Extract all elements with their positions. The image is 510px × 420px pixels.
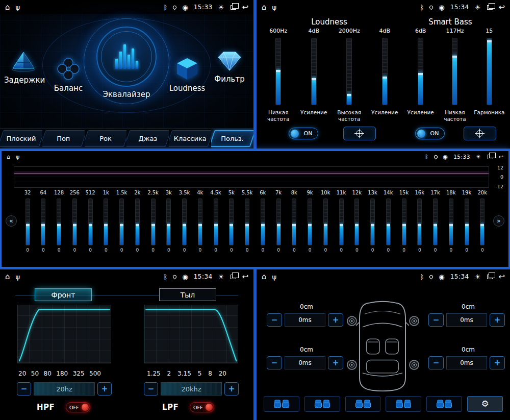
seat-preset-button-4[interactable] [386, 396, 421, 412]
band-slider[interactable] [72, 199, 77, 245]
preset-tab-label: Поп [57, 135, 70, 142]
band-slider[interactable] [292, 199, 296, 245]
hpf-toggle[interactable]: OFF [66, 402, 90, 412]
menu-item-loudness[interactable]: Loudness [165, 57, 209, 93]
band-slider[interactable] [245, 199, 249, 245]
scroll-right-button[interactable]: » [493, 215, 504, 227]
lpf-minus-button[interactable]: − [144, 382, 158, 396]
delay-plus-button[interactable]: + [490, 356, 505, 369]
band-slider[interactable] [308, 199, 312, 245]
band-frequency-label: 4.5k [210, 190, 221, 197]
band-slider[interactable] [104, 199, 108, 245]
recent-apps-icon[interactable] [488, 155, 493, 159]
loudness-target-button[interactable] [343, 127, 376, 140]
band-slider[interactable] [480, 199, 484, 245]
recent-apps-icon[interactable] [487, 5, 493, 10]
band-slider[interactable] [433, 199, 438, 245]
band-slider[interactable] [229, 199, 234, 245]
band-slider[interactable] [198, 199, 202, 245]
delay-minus-button[interactable]: − [267, 313, 282, 327]
band-slider[interactable] [166, 199, 171, 245]
band-slider[interactable] [276, 199, 281, 245]
vertical-slider[interactable] [382, 38, 388, 105]
brightness-icon[interactable]: ☀ [218, 274, 224, 280]
recent-apps-icon[interactable] [231, 275, 236, 279]
band-slider[interactable] [57, 199, 61, 245]
preset-tab[interactable]: Поп [42, 129, 85, 149]
tab-rear[interactable]: Тыл [159, 288, 216, 301]
smartbass-on-toggle[interactable]: ON [415, 128, 445, 139]
tab-front[interactable]: Фронт [35, 288, 92, 301]
delay-minus-button[interactable]: − [267, 356, 282, 369]
menu-item-delays[interactable]: Задержки [4, 50, 43, 85]
band-slider[interactable] [26, 199, 30, 245]
preset-tab[interactable]: Плоский [0, 129, 42, 149]
brightness-icon[interactable]: ☀ [475, 4, 481, 11]
scroll-left-button[interactable]: « [6, 215, 17, 227]
band-slider[interactable] [41, 199, 45, 245]
vertical-slider[interactable] [346, 38, 352, 105]
delay-plus-button[interactable]: + [328, 356, 343, 369]
seat-preset-button-3[interactable] [345, 396, 381, 412]
vertical-slider[interactable] [452, 38, 457, 105]
band-value: 0 [293, 248, 296, 253]
band-slider[interactable] [354, 199, 359, 245]
band-slider[interactable] [339, 199, 344, 245]
preset-tab[interactable]: Джаз [126, 129, 169, 149]
preset-tab[interactable]: Рок [85, 129, 127, 149]
band-slider[interactable] [465, 199, 469, 245]
vertical-slider[interactable] [418, 38, 423, 105]
seat-preset-button-2[interactable] [304, 396, 340, 412]
band-slider[interactable] [182, 199, 187, 245]
band-slider[interactable] [417, 199, 422, 245]
menu-item-balance[interactable]: Баланс [47, 57, 90, 93]
delay-plus-button[interactable]: + [328, 313, 343, 327]
lpf-frequency-slider[interactable]: 20khz [161, 382, 222, 396]
lpf-toggle[interactable]: OFF [190, 402, 214, 412]
band-slider[interactable] [323, 199, 328, 245]
back-icon[interactable]: ↩ [242, 273, 248, 281]
lpf-plus-button[interactable]: + [224, 382, 239, 396]
menu-item-filter[interactable]: Фильтр [209, 50, 250, 84]
delay-minus-button[interactable]: − [428, 313, 444, 327]
hpf-graph [17, 305, 111, 363]
preset-tab[interactable]: Польз. [211, 129, 253, 149]
delay-plus-button[interactable]: + [490, 313, 505, 327]
hpf-minus-button[interactable]: − [17, 382, 31, 396]
home-icon[interactable]: ⌂ [262, 4, 267, 11]
band-slider[interactable] [214, 199, 218, 245]
home-icon[interactable]: ⌂ [5, 4, 10, 11]
usb-icon: ψ [272, 4, 277, 11]
hpf-plus-button[interactable]: + [97, 382, 112, 396]
menu-item-label: Баланс [47, 84, 90, 93]
band-slider[interactable] [88, 199, 93, 245]
band-slider[interactable] [370, 199, 375, 245]
band-slider[interactable] [386, 199, 391, 245]
slider-fill [434, 224, 437, 245]
delay-distance-label: 0cm [286, 303, 327, 313]
band-slider[interactable] [135, 199, 140, 245]
band-slider[interactable] [119, 199, 124, 245]
vertical-slider[interactable] [487, 38, 492, 105]
smartbass-target-button[interactable] [464, 127, 496, 140]
vertical-slider[interactable] [311, 38, 317, 105]
loudness-on-toggle[interactable]: ON [289, 128, 318, 139]
band-slider[interactable] [261, 199, 265, 245]
seat-preset-button-1[interactable] [264, 396, 299, 412]
home-icon[interactable]: ⌂ [7, 154, 10, 160]
preset-tab[interactable]: Классика [169, 129, 211, 149]
settings-button[interactable]: ⚙ [467, 396, 503, 412]
home-icon[interactable]: ⌂ [5, 273, 10, 281]
back-icon[interactable]: ↩ [498, 4, 505, 11]
band-slider[interactable] [151, 199, 156, 245]
back-icon[interactable]: ↩ [499, 154, 503, 160]
seat-preset-button-5[interactable] [426, 396, 462, 412]
band-slider[interactable] [402, 199, 406, 245]
hpf-frequency-slider[interactable]: 20hz [34, 382, 95, 396]
menu-item-equalizer[interactable]: Эквалайзер [88, 27, 165, 99]
band-slider[interactable] [449, 199, 453, 245]
brightness-icon[interactable]: ☀ [476, 154, 481, 160]
back-icon[interactable]: ↩ [242, 4, 248, 11]
vertical-slider[interactable] [275, 38, 281, 105]
delay-minus-button[interactable]: − [428, 356, 444, 369]
